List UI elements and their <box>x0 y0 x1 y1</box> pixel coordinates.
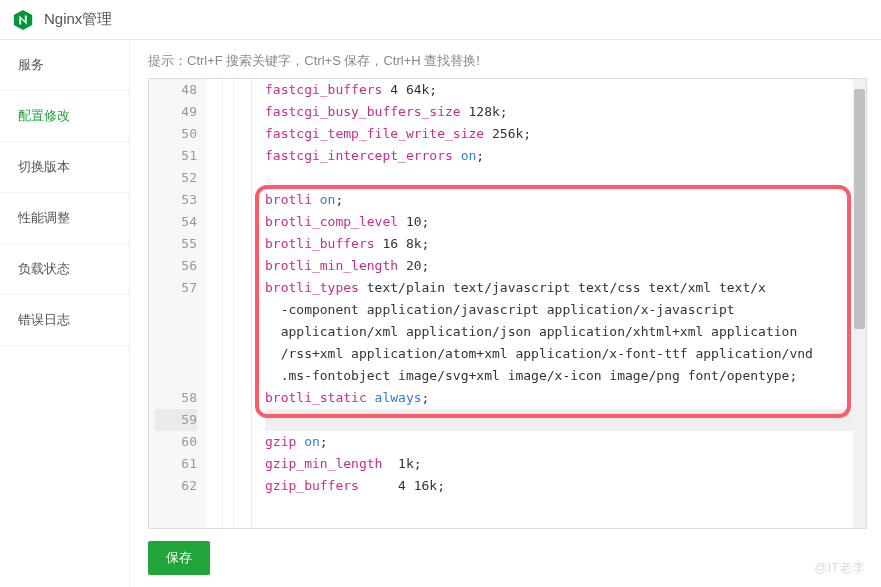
code-line[interactable]: brotli_min_length 20; <box>265 255 866 277</box>
code-editor[interactable]: 484950515253545556575859606162 fastcgi_b… <box>148 78 867 529</box>
code-line[interactable]: brotli_comp_level 10; <box>265 211 866 233</box>
sidebar-item-label: 配置修改 <box>18 108 70 123</box>
sidebar-item-label: 错误日志 <box>18 312 70 327</box>
line-number: 55 <box>155 233 197 255</box>
code-line[interactable]: fastcgi_busy_buffers_size 128k; <box>265 101 866 123</box>
header: Nginx管理 <box>0 0 881 40</box>
line-number <box>155 365 197 387</box>
code-line[interactable]: gzip on; <box>265 431 866 453</box>
sidebar-item-label: 性能调整 <box>18 210 70 225</box>
sidebar-item-label: 服务 <box>18 57 44 72</box>
code-line[interactable]: fastcgi_intercept_errors on; <box>265 145 866 167</box>
main-panel: 提示：Ctrl+F 搜索关键字，Ctrl+S 保存，Ctrl+H 查找替换! 4… <box>130 40 881 587</box>
line-number: 53 <box>155 189 197 211</box>
line-number: 60 <box>155 431 197 453</box>
line-number: 51 <box>155 145 197 167</box>
sidebar-item-load-status[interactable]: 负载状态 <box>0 244 129 295</box>
sidebar-item-label: 切换版本 <box>18 159 70 174</box>
code-line[interactable]: gzip_buffers 4 16k; <box>265 475 866 497</box>
sidebar-item-label: 负载状态 <box>18 261 70 276</box>
watermark: @IT老李 <box>814 559 865 577</box>
fold-column <box>207 79 223 528</box>
line-number <box>155 299 197 321</box>
code-line[interactable]: .ms-fontobject image/svg+xml image/x-ico… <box>265 365 866 387</box>
line-number: 62 <box>155 475 197 497</box>
sidebar: 服务 配置修改 切换版本 性能调整 负载状态 错误日志 <box>0 40 130 587</box>
line-number <box>155 321 197 343</box>
code-line[interactable]: brotli_types text/plain text/javascript … <box>265 277 866 299</box>
code-line[interactable]: gzip_min_length 1k; <box>265 453 866 475</box>
line-number <box>155 343 197 365</box>
sidebar-item-error-log[interactable]: 错误日志 <box>0 295 129 346</box>
save-button[interactable]: 保存 <box>148 541 210 575</box>
indent-guides <box>223 79 263 528</box>
code-line[interactable]: /rss+xml application/atom+xml applicatio… <box>265 343 866 365</box>
line-number: 52 <box>155 167 197 189</box>
sidebar-item-service[interactable]: 服务 <box>0 40 129 91</box>
page-title: Nginx管理 <box>44 10 112 29</box>
tip-text: 提示：Ctrl+F 搜索关键字，Ctrl+S 保存，Ctrl+H 查找替换! <box>148 52 867 70</box>
sidebar-item-switch-version[interactable]: 切换版本 <box>0 142 129 193</box>
code-content[interactable]: fastcgi_buffers 4 64k;fastcgi_busy_buffe… <box>263 79 866 528</box>
line-number-gutter: 484950515253545556575859606162 <box>149 79 207 528</box>
line-number: 58 <box>155 387 197 409</box>
line-number: 61 <box>155 453 197 475</box>
code-line[interactable]: brotli on; <box>265 189 866 211</box>
code-line[interactable]: fastcgi_buffers 4 64k; <box>265 79 866 101</box>
line-number: 56 <box>155 255 197 277</box>
code-line[interactable] <box>265 167 866 189</box>
sidebar-item-performance[interactable]: 性能调整 <box>0 193 129 244</box>
code-line[interactable]: application/xml application/json applica… <box>265 321 866 343</box>
line-number: 54 <box>155 211 197 233</box>
line-number: 57 <box>155 277 197 299</box>
code-line[interactable] <box>265 409 866 431</box>
code-line[interactable]: brotli_buffers 16 8k; <box>265 233 866 255</box>
nginx-logo-icon <box>12 9 34 31</box>
line-number: 48 <box>155 79 197 101</box>
line-number: 49 <box>155 101 197 123</box>
line-number: 59 <box>155 409 197 431</box>
line-number: 50 <box>155 123 197 145</box>
editor-vertical-scrollbar[interactable] <box>853 79 866 528</box>
code-line[interactable]: brotli_static always; <box>265 387 866 409</box>
scrollbar-thumb[interactable] <box>854 89 865 329</box>
code-line[interactable]: fastcgi_temp_file_write_size 256k; <box>265 123 866 145</box>
sidebar-item-config[interactable]: 配置修改 <box>0 91 129 142</box>
code-line[interactable]: -component application/javascript applic… <box>265 299 866 321</box>
